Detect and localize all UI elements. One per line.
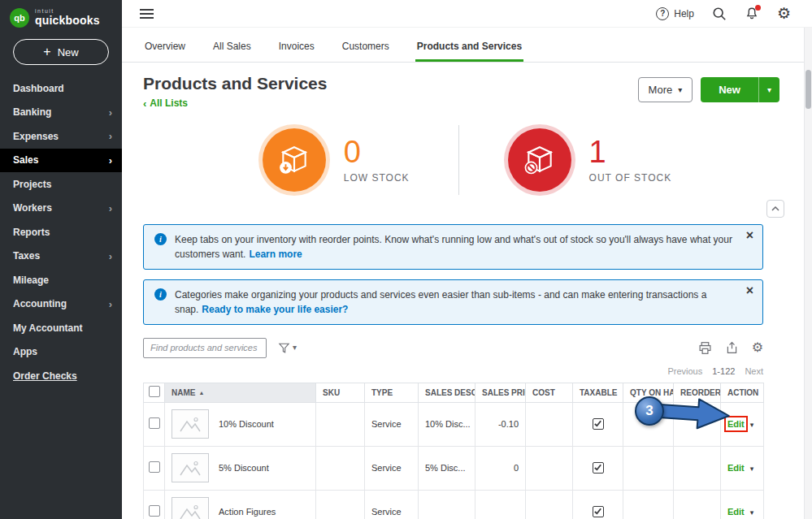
info-banners: i Keep tabs on your inventory with reord… — [122, 214, 812, 325]
column-header-sku[interactable]: SKU — [316, 383, 365, 402]
column-header-sales-description[interactable]: SALES DESCR — [419, 383, 475, 402]
categories-banner: i Categories make organizing your produc… — [143, 279, 763, 325]
sidebar-item-dashboard[interactable]: Dashboard — [0, 76, 122, 101]
filter-button[interactable]: ▾ — [278, 342, 297, 354]
product-sales-price — [475, 490, 526, 519]
ready-to-make-link[interactable]: Ready to make your life easier? — [202, 304, 348, 315]
edit-dropdown-caret[interactable]: ▾ — [750, 508, 754, 517]
sidebar-item-sales[interactable]: Sales› — [0, 149, 122, 173]
tab-overview[interactable]: Overview — [143, 37, 187, 62]
out-of-stock-label: OUT OF STOCK — [589, 172, 672, 184]
tab-all-sales[interactable]: All Sales — [211, 37, 253, 62]
search-icon[interactable] — [712, 6, 727, 21]
sidebar-item-apps[interactable]: Apps — [0, 340, 122, 365]
chevron-right-icon: › — [109, 106, 112, 119]
brand-quickbooks-label: quickbooks — [35, 14, 100, 27]
product-name: 10% Discount — [219, 419, 274, 429]
new-button-label: New — [58, 46, 79, 58]
product-sku — [316, 446, 365, 490]
image-placeholder-icon — [172, 497, 209, 519]
funnel-icon — [278, 342, 290, 354]
sidebar-item-reports[interactable]: Reports — [0, 220, 122, 244]
new-button[interactable]: + New — [13, 39, 109, 65]
print-icon[interactable] — [698, 341, 712, 355]
select-all-checkbox[interactable] — [149, 386, 160, 397]
chevron-left-icon: ‹ — [143, 98, 146, 109]
next-page-link[interactable]: Next — [745, 366, 763, 376]
product-type: Service — [365, 490, 419, 519]
column-header-cost[interactable]: COST — [526, 383, 573, 402]
sidebar-item-label: Expenses — [13, 131, 59, 142]
column-header-type[interactable]: TYPE — [365, 383, 419, 402]
new-item-dropdown-caret[interactable]: ▾ — [758, 77, 779, 102]
vertical-scrollbar[interactable] — [804, 28, 812, 519]
hamburger-menu-icon[interactable] — [137, 6, 157, 22]
scrollbar-thumb[interactable] — [805, 70, 811, 109]
sidebar-item-label: Sales — [13, 154, 38, 166]
page-header: Products and Services ‹ All Lists More ▾… — [122, 63, 812, 112]
sidebar-item-banking[interactable]: Banking› — [0, 101, 122, 125]
sidebar-item-mileage[interactable]: Mileage — [0, 268, 122, 292]
product-reorder-point — [674, 446, 721, 490]
chevron-right-icon: › — [109, 250, 112, 262]
previous-page-link[interactable]: Previous — [667, 366, 702, 376]
sidebar: qb intuit quickbooks + New Dashboard Ban… — [0, 0, 122, 519]
row-checkbox[interactable] — [149, 461, 160, 473]
tab-customers[interactable]: Customers — [341, 37, 391, 62]
sidebar-item-label: Taxes — [13, 250, 40, 262]
notifications-bell-icon[interactable] — [745, 6, 759, 21]
product-cost — [526, 490, 573, 519]
info-icon: i — [154, 288, 167, 301]
sidebar-item-accounting[interactable]: Accounting› — [0, 292, 122, 317]
sidebar-item-order-checks[interactable]: Order Checks — [0, 364, 122, 388]
product-type: Service — [365, 402, 419, 446]
inventory-stats: 0 LOW STOCK 1 — [122, 112, 812, 214]
sidebar-item-label: Mileage — [13, 275, 49, 286]
page-title: Products and Services — [143, 74, 327, 93]
product-sales-description: 5% Disc... — [419, 446, 475, 490]
table-row: 5% Discount Service 5% Disc... 0 Edit▾ — [144, 446, 764, 490]
collapse-panel-button[interactable] — [766, 200, 784, 218]
all-lists-link[interactable]: ‹ All Lists — [143, 97, 188, 109]
close-icon[interactable]: × — [746, 284, 753, 297]
all-lists-label: All Lists — [150, 97, 188, 109]
sidebar-item-label: Accounting — [13, 298, 67, 309]
edit-link[interactable]: Edit — [727, 463, 745, 473]
sidebar-item-expenses[interactable]: Expenses› — [0, 124, 122, 149]
tab-invoices[interactable]: Invoices — [277, 37, 316, 62]
page-range-label: 1-122 — [712, 366, 735, 376]
settings-gear-icon[interactable]: ⚙ — [777, 6, 791, 21]
close-icon[interactable]: × — [746, 229, 753, 242]
sidebar-item-label: My Accountant — [13, 322, 83, 334]
product-cost — [526, 402, 573, 446]
export-icon[interactable] — [725, 341, 739, 355]
edit-dropdown-caret[interactable]: ▾ — [750, 421, 754, 429]
row-checkbox[interactable] — [149, 505, 160, 517]
qb-logo-icon: qb — [10, 8, 29, 28]
list-toolbar: ▾ ⚙ — [122, 325, 812, 358]
column-header-name[interactable]: NAME▲ — [165, 383, 316, 402]
sidebar-nav: Dashboard Banking› Expenses› Sales› Proj… — [0, 76, 122, 388]
edit-link[interactable]: Edit — [727, 507, 745, 517]
help-button[interactable]: ? Help — [656, 7, 694, 20]
column-header-taxable[interactable]: TAXABLE — [573, 383, 623, 402]
sidebar-item-taxes[interactable]: Taxes› — [0, 244, 122, 269]
info-icon: i — [154, 233, 167, 245]
out-of-stock-count: 1 — [589, 136, 672, 167]
row-checkbox[interactable] — [149, 417, 160, 429]
sidebar-item-my-accountant[interactable]: My Accountant — [0, 316, 122, 340]
edit-dropdown-caret[interactable]: ▾ — [750, 465, 754, 473]
more-button[interactable]: More ▾ — [638, 77, 693, 102]
search-input[interactable] — [143, 338, 267, 358]
new-item-label: New — [701, 77, 758, 102]
tab-products-and-services[interactable]: Products and Services — [415, 37, 523, 62]
plus-icon: + — [43, 45, 50, 58]
table-settings-gear-icon[interactable]: ⚙ — [752, 341, 763, 354]
sidebar-item-projects[interactable]: Projects — [0, 172, 122, 197]
new-item-button[interactable]: New ▾ — [701, 77, 779, 102]
sidebar-item-workers[interactable]: Workers› — [0, 197, 122, 221]
learn-more-link[interactable]: Learn more — [249, 249, 302, 260]
column-header-sales-price[interactable]: SALES PRICE — [475, 383, 526, 402]
product-type: Service — [365, 446, 419, 490]
sort-ascending-icon: ▲ — [198, 390, 204, 396]
